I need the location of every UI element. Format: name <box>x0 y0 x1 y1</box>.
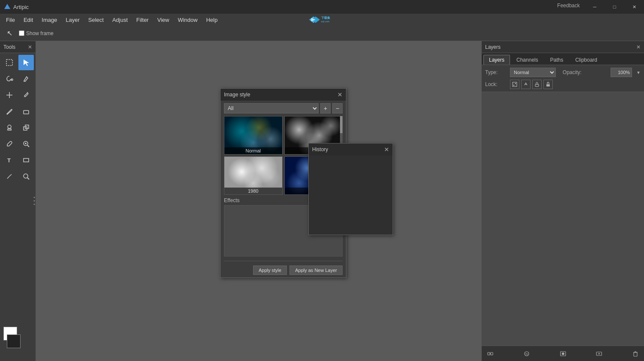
show-frame-checkbox[interactable] <box>19 30 24 36</box>
transform-tool[interactable] <box>2 87 17 103</box>
menu-select[interactable]: Select <box>84 15 108 25</box>
menu-image[interactable]: Image <box>37 15 61 25</box>
layers-delete-button[interactable] <box>630 349 641 359</box>
tab-layers[interactable]: Layers <box>483 55 510 65</box>
eyedrop-tool[interactable] <box>2 136 17 152</box>
tab-paths[interactable]: Paths <box>545 55 569 65</box>
apply-new-layer-button[interactable]: Apply as New Layer <box>289 266 343 275</box>
style-remove-button[interactable]: − <box>332 103 343 113</box>
style-scrollbar-thumb[interactable] <box>340 116 343 133</box>
lock-position-icon[interactable] <box>532 80 542 89</box>
eraser-tool[interactable] <box>18 104 34 119</box>
type-select[interactable]: Normal <box>510 68 556 77</box>
svg-text:fx: fx <box>525 352 528 355</box>
history-dialog: History ✕ <box>308 143 393 235</box>
history-close-button[interactable]: ✕ <box>384 146 389 153</box>
zoom-magnify-tool[interactable] <box>18 136 34 152</box>
layers-panel-title: Layers <box>485 44 501 50</box>
menu-window[interactable]: Window <box>173 15 202 25</box>
svg-line-17 <box>27 145 29 147</box>
tab-channels[interactable]: Channels <box>511 55 544 65</box>
menu-filter[interactable]: Filter <box>132 15 153 25</box>
app-name: Artipic <box>13 4 29 10</box>
svg-point-12 <box>8 125 11 128</box>
smudge-tool[interactable] <box>2 169 17 184</box>
lock-label: Lock: <box>485 81 507 87</box>
svg-rect-28 <box>513 83 514 84</box>
svg-point-22 <box>24 174 28 178</box>
maximize-button[interactable]: □ <box>605 0 624 14</box>
svg-text:xzji.com: xzji.com <box>321 20 330 23</box>
dropper-tool[interactable] <box>18 87 34 103</box>
menu-view[interactable]: View <box>153 15 173 25</box>
svg-line-23 <box>27 178 29 179</box>
panel-resize-handle[interactable] <box>33 193 36 210</box>
menu-file[interactable]: File <box>2 15 19 25</box>
layers-link-button[interactable] <box>485 349 495 359</box>
svg-rect-13 <box>8 129 11 130</box>
main-area: Tools ✕ <box>0 41 644 361</box>
layers-style-button[interactable]: fx <box>522 349 532 359</box>
menu-adjust[interactable]: Adjust <box>108 15 132 25</box>
arrow-tool[interactable] <box>18 55 34 70</box>
svg-marker-7 <box>24 60 29 66</box>
svg-point-24 <box>34 197 35 198</box>
tools-panel-title: Tools <box>3 44 15 50</box>
menu-bar: File Edit Image Layer Select Adjust Filt… <box>0 14 644 26</box>
brand-logo: 下载集 xzji.com <box>309 13 335 26</box>
tools-panel-close[interactable]: ✕ <box>28 44 32 50</box>
color-swatches <box>3 327 25 348</box>
svg-marker-0 <box>4 4 10 9</box>
zoom-tool[interactable] <box>18 169 34 184</box>
shape-tool[interactable] <box>18 152 34 168</box>
clone-tool[interactable] <box>18 120 34 135</box>
title-bar: Artipic Feedback ─ □ ✕ <box>0 0 644 14</box>
svg-point-25 <box>34 200 35 201</box>
svg-rect-35 <box>488 352 490 355</box>
layers-panel-close[interactable]: ✕ <box>636 44 641 50</box>
lock-icons <box>510 80 553 89</box>
opacity-dropdown-icon[interactable]: ▼ <box>636 70 641 75</box>
select-rect-tool[interactable] <box>2 55 17 70</box>
style-add-button[interactable]: + <box>320 103 331 113</box>
svg-rect-27 <box>513 82 517 87</box>
move-tool-btn[interactable]: ↖ <box>3 27 15 39</box>
layers-add-button[interactable] <box>594 349 604 359</box>
pen-tool[interactable] <box>2 104 17 119</box>
menu-help[interactable]: Help <box>202 15 222 25</box>
image-style-dialog-header: Image style ✕ <box>221 89 346 101</box>
tab-clipboard[interactable]: Clipboard <box>569 55 602 65</box>
minimize-button[interactable]: ─ <box>585 0 605 14</box>
menu-edit[interactable]: Edit <box>19 15 37 25</box>
brush-tool[interactable] <box>18 71 34 87</box>
layers-mask-button[interactable] <box>558 349 568 359</box>
show-frame-label: Show frame <box>19 30 54 36</box>
layers-controls: Type: Normal Opacity: ▼ Lock: <box>482 65 644 92</box>
window-controls: ─ □ ✕ <box>585 0 644 14</box>
feedback-button[interactable]: Feedback <box>557 3 580 9</box>
svg-rect-30 <box>513 85 514 86</box>
menu-layer[interactable]: Layer <box>62 15 84 25</box>
apply-style-button[interactable]: Apply style <box>253 266 287 275</box>
stamp-tool[interactable] <box>2 120 17 135</box>
opacity-input[interactable] <box>611 68 632 77</box>
history-content <box>309 155 393 235</box>
lasso-tool[interactable] <box>2 71 17 87</box>
center-logo: 下载集 xzji.com <box>309 13 335 26</box>
svg-rect-21 <box>24 158 29 162</box>
svg-text:T: T <box>7 157 11 164</box>
window-close-button[interactable]: ✕ <box>624 0 644 14</box>
type-tool[interactable]: T <box>2 152 17 168</box>
lock-all-icon[interactable] <box>543 80 553 89</box>
style-thumb-normal[interactable]: Normal <box>224 116 283 155</box>
layers-panel-header: Layers ✕ <box>482 41 644 53</box>
background-color[interactable] <box>7 334 21 348</box>
lock-transparency-icon[interactable] <box>510 80 519 89</box>
type-row: Type: Normal Opacity: ▼ <box>485 68 641 77</box>
style-thumb-1980[interactable]: 1980 <box>224 156 283 195</box>
svg-text:下载集: 下载集 <box>321 16 330 19</box>
image-style-close-button[interactable]: ✕ <box>337 91 343 98</box>
dialog-buttons: Apply style Apply as New Layer <box>221 263 346 277</box>
style-filter-select[interactable]: All <box>224 103 319 113</box>
lock-pixels-icon[interactable] <box>521 80 531 89</box>
